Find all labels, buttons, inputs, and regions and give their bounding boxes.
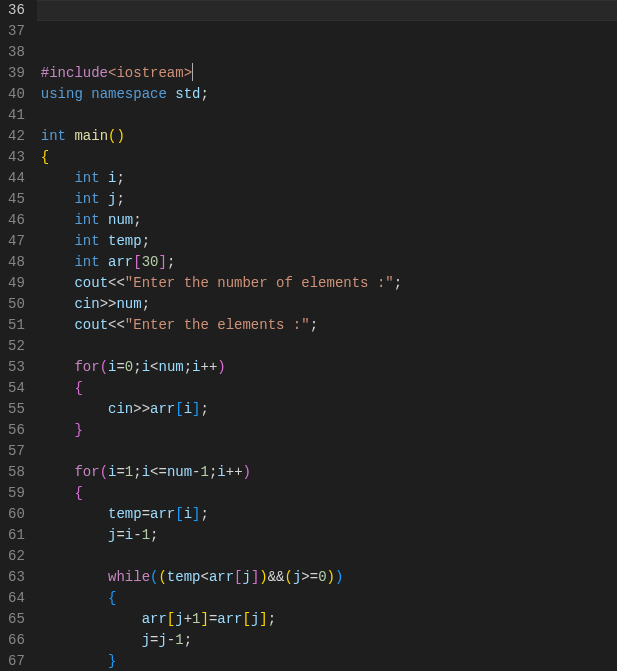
code-line[interactable]: int arr[30];	[41, 252, 617, 273]
line-number: 49	[8, 273, 25, 294]
code-line[interactable]: {	[41, 147, 617, 168]
code-area[interactable]: #include<iostream>using namespace std;in…	[37, 0, 617, 671]
code-line[interactable]: using namespace std;	[41, 84, 617, 105]
line-number: 38	[8, 42, 25, 63]
token-op: =	[116, 527, 124, 543]
line-number: 43	[8, 147, 25, 168]
token-semi: ;	[167, 254, 175, 270]
token-op: >>	[100, 296, 117, 312]
token-op: <<	[108, 317, 125, 333]
token-ident: j	[158, 632, 166, 648]
token-op	[41, 380, 75, 396]
code-line[interactable]: int main()	[41, 126, 617, 147]
line-number: 41	[8, 105, 25, 126]
token-ident: std	[175, 86, 200, 102]
code-line[interactable]: }	[41, 651, 617, 671]
token-brace2: (	[100, 359, 108, 375]
token-ident: i	[142, 359, 150, 375]
code-line[interactable]: int j;	[41, 189, 617, 210]
token-ident: num	[108, 212, 133, 228]
line-number: 64	[8, 588, 25, 609]
line-number: 62	[8, 546, 25, 567]
token-ident: j	[243, 569, 251, 585]
token-ident: i	[125, 527, 133, 543]
token-ident: arr	[150, 506, 175, 522]
code-line[interactable]	[41, 336, 617, 357]
token-op	[41, 233, 75, 249]
token-op	[41, 590, 108, 606]
token-ident: cin	[108, 401, 133, 417]
token-op	[41, 170, 75, 186]
token-op	[41, 464, 75, 480]
token-ident: i	[184, 401, 192, 417]
line-number: 48	[8, 252, 25, 273]
active-line-highlight	[37, 0, 617, 21]
token-control: for	[74, 359, 99, 375]
code-line[interactable]: int temp;	[41, 231, 617, 252]
code-line[interactable]	[41, 105, 617, 126]
token-op	[100, 212, 108, 228]
code-line[interactable]: {	[41, 588, 617, 609]
code-line[interactable]: arr[j+1]=arr[j];	[41, 609, 617, 630]
line-number: 44	[8, 168, 25, 189]
token-op	[41, 632, 142, 648]
token-ident: i	[217, 464, 225, 480]
code-line[interactable]: j=i-1;	[41, 525, 617, 546]
token-op	[41, 527, 108, 543]
token-op: +	[184, 611, 192, 627]
token-semi: ;	[200, 506, 208, 522]
token-brace2: )	[217, 359, 225, 375]
token-number: 1	[125, 464, 133, 480]
code-line[interactable]: for(i=1;i<=num-1;i++)	[41, 462, 617, 483]
token-ident: i	[142, 464, 150, 480]
code-line[interactable]: int num;	[41, 210, 617, 231]
token-op	[41, 611, 142, 627]
code-line[interactable]: for(i=0;i<num;i++)	[41, 357, 617, 378]
token-string: "Enter the elements :"	[125, 317, 310, 333]
code-line[interactable]: #include<iostream>	[41, 63, 617, 84]
code-line[interactable]	[41, 441, 617, 462]
code-line[interactable]: cin>>num;	[41, 294, 617, 315]
line-number: 57	[8, 441, 25, 462]
token-string: "Enter the number of elements :"	[125, 275, 394, 291]
token-semi: ;	[133, 359, 141, 375]
code-line[interactable]: cout<<"Enter the elements :";	[41, 315, 617, 336]
line-number: 58	[8, 462, 25, 483]
token-semi: ;	[184, 359, 192, 375]
token-semi: ;	[394, 275, 402, 291]
token-brace: )	[116, 128, 124, 144]
token-op	[41, 317, 75, 333]
token-semi: ;	[184, 632, 192, 648]
token-op	[41, 422, 75, 438]
token-semi: ;	[116, 170, 124, 186]
token-brace3: {	[108, 590, 116, 606]
code-line[interactable]	[41, 546, 617, 567]
token-ident: j	[142, 632, 150, 648]
token-semi: ;	[133, 464, 141, 480]
token-type: int	[41, 128, 66, 144]
code-line[interactable]: {	[41, 378, 617, 399]
code-editor[interactable]: 3637383940414243444546474849505152535455…	[0, 0, 617, 671]
token-semi: ;	[133, 212, 141, 228]
code-line[interactable]: cout<<"Enter the number of elements :";	[41, 273, 617, 294]
code-line[interactable]: while((temp<arr[j])&&(j>=0))	[41, 567, 617, 588]
line-number: 46	[8, 210, 25, 231]
line-number: 45	[8, 189, 25, 210]
token-op	[100, 233, 108, 249]
token-ident: cout	[74, 275, 108, 291]
token-brace3: [	[175, 506, 183, 522]
code-line[interactable]: temp=arr[i];	[41, 504, 617, 525]
token-ident: arr	[150, 401, 175, 417]
code-line[interactable]: {	[41, 483, 617, 504]
token-header: <iostream>	[108, 65, 192, 81]
token-number: 0	[125, 359, 133, 375]
line-number: 52	[8, 336, 25, 357]
token-brace2: {	[74, 485, 82, 501]
code-line[interactable]: }	[41, 420, 617, 441]
token-brace3: [	[175, 401, 183, 417]
token-ident: arr	[108, 254, 133, 270]
code-line[interactable]: int i;	[41, 168, 617, 189]
code-line[interactable]: j=j-1;	[41, 630, 617, 651]
code-line[interactable]: cin>>arr[i];	[41, 399, 617, 420]
token-ident: cout	[74, 317, 108, 333]
